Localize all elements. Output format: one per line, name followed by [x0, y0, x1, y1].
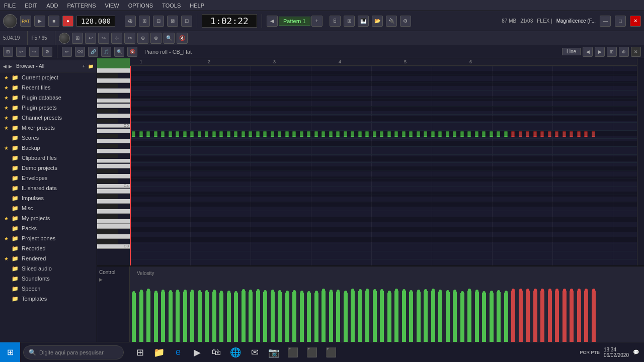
piano-key-G#3[interactable] [97, 204, 118, 209]
browser-item-packs[interactable]: ★📁Packs [0, 223, 97, 233]
velocity-bar-55[interactable] [533, 291, 537, 346]
velocity-bar-52[interactable] [511, 291, 515, 346]
photos-btn[interactable]: 📷 [266, 342, 282, 363]
piano-key-F5[interactable] [97, 99, 130, 103]
velocity-bar-63[interactable] [592, 291, 596, 346]
piano-key-A#3[interactable] [97, 194, 118, 199]
pr-mute-btn[interactable]: 🔇 [127, 47, 137, 57]
bpm-display[interactable]: 128.000 [76, 16, 115, 27]
store-btn[interactable]: 🛍 [208, 342, 224, 363]
velocity-bar-9[interactable] [198, 292, 202, 346]
browser-item-plugin-database[interactable]: ★📁Plugin database [0, 93, 97, 103]
velocity-bar-15[interactable] [242, 291, 246, 346]
velocity-bar-23[interactable] [300, 293, 304, 346]
browser-item-misc[interactable]: ★📁Misc [0, 203, 97, 213]
cut-btn[interactable]: ✂ [124, 33, 135, 44]
browser-item-speech[interactable]: ★📁Speech [0, 284, 97, 294]
menu-item-options[interactable]: OPTIONS [126, 3, 155, 9]
velocity-bar-20[interactable] [278, 292, 282, 346]
pr-redo-btn[interactable]: ↪ [29, 47, 39, 57]
velocity-bar-25[interactable] [314, 293, 318, 346]
piano-key-F3[interactable] [97, 219, 130, 224]
menu-item-file[interactable]: FILE [2, 3, 18, 9]
piano-key-A5[interactable] [97, 78, 130, 83]
piano-key-B4[interactable] [97, 129, 130, 133]
close-btn[interactable]: ✕ [630, 16, 641, 27]
velocity-bar-27[interactable] [329, 292, 333, 346]
orange-app-btn[interactable]: ⬛ [323, 342, 339, 363]
menu-item-patterns[interactable]: PATTERNS [65, 3, 98, 9]
menu-item-add[interactable]: ADD [44, 3, 60, 9]
velocity-bar-6[interactable] [176, 292, 180, 346]
velocity-bar-13[interactable] [227, 293, 231, 346]
velocity-bar-26[interactable] [321, 291, 326, 346]
piano-keys[interactable]: C5C4C3 [97, 68, 130, 265]
pr-close-btn[interactable]: ✕ [631, 47, 641, 57]
pattern-button2[interactable]: ⊞ [139, 16, 150, 27]
piano-key-D#5[interactable] [97, 109, 118, 113]
main-volume-knob[interactable] [3, 14, 17, 28]
piano-key-G5[interactable] [97, 88, 130, 93]
piano-key-C3[interactable]: C3 [97, 244, 130, 249]
pr-undo-btn[interactable]: ↩ [16, 47, 26, 57]
piano-key-D5[interactable] [97, 114, 130, 118]
task-view-btn[interactable]: ⊞ [132, 342, 148, 363]
velocity-bar-62[interactable] [584, 291, 588, 346]
browser-item-backup[interactable]: ★📁Backup [0, 143, 97, 153]
pr-expand-btn[interactable]: ⊞ [3, 47, 13, 57]
browser-item-soundfonts[interactable]: ★📁Soundfonts [0, 274, 97, 284]
pattern-button3[interactable]: ⊟ [153, 16, 164, 27]
velocity-bar-30[interactable] [351, 291, 355, 346]
record-button[interactable]: ● [62, 16, 73, 27]
piano-key-E5[interactable] [97, 104, 130, 108]
velocity-bar-61[interactable] [577, 291, 581, 346]
pr-rubber-btn[interactable]: ⌫ [75, 47, 85, 57]
velocity-bar-8[interactable] [190, 292, 194, 346]
velocity-bar-28[interactable] [336, 292, 340, 346]
velocity-bar-60[interactable] [570, 291, 574, 346]
velocity-bar-51[interactable] [504, 293, 508, 346]
browser-item-templates[interactable]: ★📁Templates [0, 294, 97, 304]
plugin-icon[interactable]: 🔌 [386, 16, 397, 27]
browser-item-il-shared-data[interactable]: ★📁IL shared data [0, 183, 97, 193]
piano-icon[interactable]: 🎹 [358, 16, 369, 27]
velocity-bar-12[interactable] [219, 293, 223, 346]
pr-prev-btn[interactable]: ◀ [583, 47, 593, 57]
velocity-bar-49[interactable] [490, 293, 494, 346]
velocity-bar-57[interactable] [548, 291, 552, 346]
play-button[interactable]: ▶ [34, 16, 45, 27]
pitch-knob[interactable] [59, 33, 70, 44]
velocity-area[interactable]: Velosity [130, 266, 644, 346]
velocity-bar-42[interactable] [438, 292, 442, 346]
velocity-bar-3[interactable] [154, 293, 158, 346]
stop-button[interactable]: ■ [48, 16, 59, 27]
maximize-btn[interactable]: □ [615, 16, 626, 27]
menu-item-edit[interactable]: EDIT [23, 3, 39, 9]
velocity-bar-33[interactable] [373, 291, 377, 346]
velocity-bar-37[interactable] [402, 291, 406, 346]
snap-grid-btn[interactable]: ⊞ [72, 33, 83, 44]
browser-item-my-projects[interactable]: ★📁My projects [0, 213, 97, 223]
file-explorer-btn[interactable]: 📁 [151, 342, 167, 363]
start-button[interactable]: ⊞ [0, 342, 20, 363]
piano-key-F#5[interactable] [97, 94, 118, 98]
mute-btn[interactable]: 🔇 [177, 33, 188, 44]
velocity-bar-34[interactable] [380, 291, 384, 346]
select-btn[interactable]: ⊹ [111, 33, 122, 44]
velocity-bar-7[interactable] [183, 292, 187, 346]
pr-next-btn[interactable]: ▶ [595, 47, 605, 57]
piano-key-C4[interactable]: C4 [97, 184, 130, 189]
browser-item-impulses[interactable]: ★📁Impulses [0, 193, 97, 203]
piano-key-B3[interactable] [97, 189, 130, 194]
velocity-bar-36[interactable] [394, 291, 398, 346]
browser-item-scores[interactable]: ★📁Scores [0, 133, 97, 143]
piano-key-G#4[interactable] [97, 144, 118, 148]
browser-item-recent-files[interactable]: ★📁Recent files [0, 82, 97, 93]
browser-item-clipboard-files[interactable]: ★📁Clipboard files [0, 153, 97, 163]
piano-key-D4[interactable] [97, 174, 130, 178]
piano-key-A#4[interactable] [97, 134, 118, 138]
velocity-bar-19[interactable] [271, 292, 275, 346]
browser-icon[interactable]: 📂 [372, 16, 383, 27]
piano-key-A3[interactable] [97, 199, 130, 204]
piano-key-D3[interactable] [97, 234, 130, 239]
